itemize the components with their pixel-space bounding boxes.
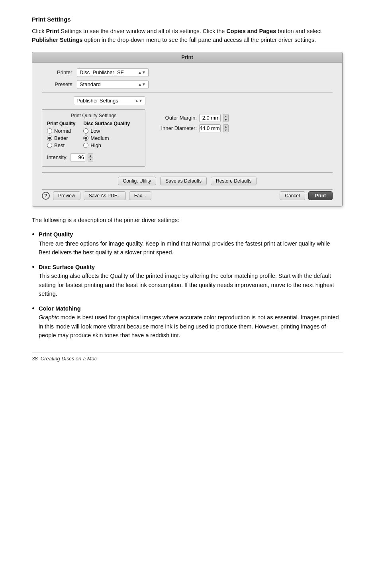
fax-button[interactable]: Fax... — [129, 191, 151, 200]
config-utility-button[interactable]: Config. Utility — [118, 177, 157, 185]
normal-label: Normal — [54, 128, 71, 134]
disc-surface-col: Disc Surface Quality Low Medium — [83, 121, 130, 149]
high-radio[interactable] — [83, 143, 88, 148]
intensity-row: Intensity: ▲ ▼ — [47, 153, 140, 161]
divider — [42, 92, 333, 92]
printer-select[interactable]: Disc_Publisher_SE ▲▼ — [77, 68, 149, 77]
margin-box: Outer Margin: ▲ ▼ Inner Diameter: ▲ ▼ — [155, 109, 229, 132]
presets-select[interactable]: Standard ▲▼ — [77, 80, 149, 89]
bullet-body-3: mode is best used for graphical images w… — [39, 314, 339, 338]
best-radio[interactable] — [47, 143, 52, 148]
dialog-bottom-buttons: Config. Utility Save as Defaults Restore… — [42, 172, 333, 185]
low-radio[interactable] — [83, 128, 88, 134]
preview-button[interactable]: Preview — [53, 191, 80, 200]
intensity-stepper[interactable]: ▲ ▼ — [88, 153, 93, 161]
pq-columns: Print Quality Normal Better — [47, 121, 140, 149]
better-radio[interactable] — [47, 136, 52, 141]
inner-diameter-stepper-down[interactable]: ▼ — [223, 128, 228, 132]
bullet-title-1: Print Quality — [39, 231, 73, 238]
intensity-stepper-up[interactable]: ▲ — [88, 154, 93, 158]
inner-diameter-label: Inner Diameter: — [155, 125, 197, 131]
publisher-settings-bold: Publisher Settings — [32, 37, 82, 43]
outer-margin-input[interactable] — [199, 114, 221, 122]
printer-label: Printer: — [42, 69, 74, 75]
outer-margin-stepper[interactable]: ▲ ▼ — [223, 114, 229, 122]
print-settings-bold: Print — [46, 28, 59, 34]
bullet-dot-3: • — [32, 304, 35, 313]
bullet-body-1: There are three options for image qualit… — [39, 240, 330, 256]
bullet-content-2: Disc Surface Quality This setting also a… — [39, 263, 343, 299]
dialog-titlebar: Print — [32, 52, 342, 63]
print-button[interactable]: Print — [308, 191, 333, 200]
intensity-label: Intensity: — [47, 154, 68, 160]
outer-margin-label: Outer Margin: — [155, 115, 197, 121]
copies-pages-bold: Copies and Pages — [226, 28, 276, 34]
print-dialog: Print Printer: Disc_Publisher_SE ▲▼ Pres… — [32, 52, 343, 207]
footer-section-title: Creating Discs on a Mac — [41, 356, 97, 362]
footer-page-number: 38 — [32, 356, 37, 362]
publisher-settings-value: Publisher Settings — [76, 98, 118, 104]
bullet-dot-2: • — [32, 262, 35, 272]
publisher-settings-arrow-icon: ▲▼ — [135, 98, 143, 103]
bullet-content-3: Color Matching Graphic mode is best used… — [39, 304, 343, 340]
best-label: Best — [54, 142, 65, 148]
publisher-settings-select[interactable]: Publisher Settings ▲▼ — [74, 96, 145, 105]
bullet-content-1: Print Quality There are three options fo… — [39, 230, 343, 257]
bullet-item-print-quality: • Print Quality There are three options … — [32, 230, 343, 257]
cancel-button[interactable]: Cancel — [280, 191, 305, 200]
print-quality-col: Print Quality Normal Better — [47, 121, 75, 149]
printer-arrow-icon: ▲▼ — [138, 70, 146, 75]
bullet-item-disc-surface: • Disc Surface Quality This setting also… — [32, 263, 343, 299]
best-radio-row[interactable]: Best — [47, 142, 75, 148]
save-as-pdf-button[interactable]: Save As PDF... — [84, 191, 126, 200]
inner-diameter-stepper-up[interactable]: ▲ — [223, 125, 228, 129]
normal-radio-row[interactable]: Normal — [47, 128, 75, 134]
low-radio-row[interactable]: Low — [83, 128, 130, 134]
better-radio-row[interactable]: Better — [47, 135, 75, 141]
low-label: Low — [90, 128, 100, 134]
high-label: High — [90, 142, 101, 148]
outer-margin-row: Outer Margin: ▲ ▼ — [155, 114, 229, 122]
medium-radio[interactable] — [83, 136, 88, 141]
printer-value: Disc_Publisher_SE — [80, 69, 124, 75]
presets-value: Standard — [80, 81, 101, 87]
bullet-body-2: This setting also affects the Quality of… — [39, 273, 334, 297]
publisher-settings-row: Publisher Settings ▲▼ — [42, 96, 333, 105]
description-intro: The following is a description of the pr… — [32, 216, 343, 224]
bullet-item-color-matching: • Color Matching Graphic mode is best us… — [32, 304, 343, 340]
inner-diameter-input[interactable] — [199, 124, 221, 132]
dialog-action-row: ? Preview Save As PDF... Fax... Cancel P… — [42, 189, 333, 201]
dialog-body: Printer: Disc_Publisher_SE ▲▼ Presets: S… — [32, 63, 342, 206]
section-title: Print Settings — [32, 16, 343, 23]
better-label: Better — [54, 135, 68, 141]
pq-box-title: Print Quality Settings — [47, 113, 140, 118]
intro-text-1: Settings — [59, 28, 81, 34]
printer-row: Printer: Disc_Publisher_SE ▲▼ — [42, 68, 333, 77]
intensity-stepper-down[interactable]: ▼ — [88, 157, 93, 161]
intro-paragraph: Click Print Settings to see the driver w… — [32, 27, 343, 45]
outer-margin-stepper-down[interactable]: ▼ — [223, 118, 228, 122]
footer-text: 38 Creating Discs on a Mac — [32, 356, 97, 362]
normal-radio[interactable] — [47, 128, 52, 134]
help-button[interactable]: ? — [42, 192, 50, 200]
high-radio-row[interactable]: High — [83, 142, 130, 148]
footer-bar: 38 Creating Discs on a Mac — [32, 352, 343, 362]
print-quality-outer: Print Quality Settings Print Quality Nor… — [42, 109, 333, 167]
presets-arrow-icon: ▲▼ — [138, 82, 146, 87]
action-right: Cancel Print — [280, 191, 333, 200]
presets-label: Presets: — [42, 81, 74, 87]
outer-margin-stepper-up[interactable]: ▲ — [223, 114, 228, 118]
restore-defaults-button[interactable]: Restore Defaults — [211, 177, 257, 185]
medium-radio-row[interactable]: Medium — [83, 135, 130, 141]
print-quality-col-title: Print Quality — [47, 121, 75, 126]
intensity-input[interactable] — [70, 153, 85, 161]
action-left: ? Preview Save As PDF... Fax... — [42, 191, 151, 200]
medium-label: Medium — [90, 135, 109, 141]
inner-diameter-stepper[interactable]: ▲ ▼ — [223, 124, 229, 132]
bullet-title-3: Color Matching — [39, 305, 81, 312]
bullet-dot-1: • — [32, 230, 35, 239]
inner-diameter-row: Inner Diameter: ▲ ▼ — [155, 124, 229, 132]
presets-row: Presets: Standard ▲▼ — [42, 80, 333, 89]
bullet-list: • Print Quality There are three options … — [32, 230, 343, 340]
save-defaults-button[interactable]: Save as Defaults — [160, 177, 207, 185]
